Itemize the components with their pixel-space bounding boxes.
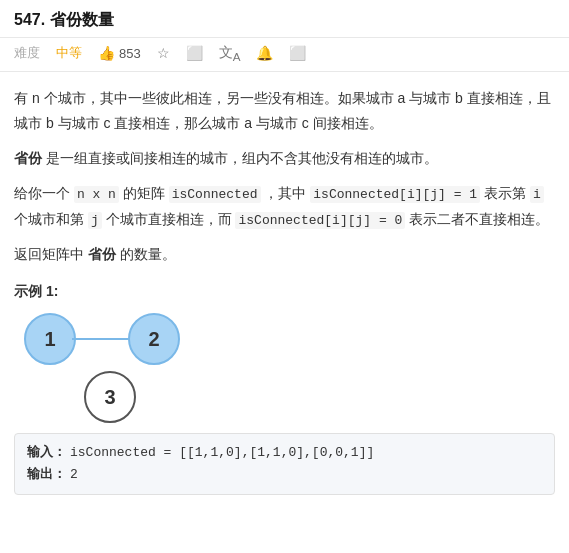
content-area: 有 n 个城市，其中一些彼此相连，另一些没有相连。如果城市 a 与城市 b 直接… — [0, 72, 569, 505]
bookmark-item[interactable]: ⬜ — [289, 45, 306, 61]
star-item[interactable]: ☆ — [157, 45, 170, 61]
code-eq0: isConnected[i][j] = 0 — [235, 212, 405, 229]
output-line: 输出： 2 — [27, 464, 542, 486]
paragraph-1: 有 n 个城市，其中一些彼此相连，另一些没有相连。如果城市 a 与城市 b 直接… — [14, 86, 555, 136]
paragraph-4: 返回矩阵中 省份 的数量。 — [14, 242, 555, 267]
meta-bar: 难度 中等 👍 853 ☆ ⬜ 文A 🔔 ⬜ — [0, 38, 569, 72]
code-nxn: n x n — [74, 186, 119, 203]
star-icon: ☆ — [157, 45, 170, 61]
nodes-row-1: 1 2 — [24, 313, 180, 365]
example-title: 示例 1: — [14, 279, 555, 304]
node-1: 1 — [24, 313, 76, 365]
nodes-row-2: 3 — [84, 371, 136, 423]
bold-term-2: 省份 — [88, 246, 116, 262]
difficulty-label: 难度 — [14, 44, 40, 62]
code-isconnected: isConnected — [169, 186, 261, 203]
code-j: j — [88, 212, 102, 229]
bell-item[interactable]: 🔔 — [256, 45, 273, 61]
bell-icon: 🔔 — [256, 45, 273, 61]
page-title: 547. 省份数量 — [14, 10, 114, 31]
copy-item[interactable]: ⬜ — [186, 45, 203, 61]
input-value: isConnected = [[1,1,0],[1,1,0],[0,0,1]] — [70, 442, 374, 464]
difficulty-value: 中等 — [56, 44, 82, 62]
node-3: 3 — [84, 371, 136, 423]
example-code-block: 输入： isConnected = [[1,1,0],[1,1,0],[0,0,… — [14, 433, 555, 495]
bold-term: 省份 — [14, 150, 42, 166]
output-label: 输出： — [27, 464, 66, 486]
code-i: i — [530, 186, 544, 203]
paragraph-2: 省份 是一组直接或间接相连的城市，组内不含其他没有相连的城市。 — [14, 146, 555, 171]
code-eq1: isConnected[i][j] = 1 — [310, 186, 480, 203]
translate-icon: 文A — [219, 44, 241, 63]
input-line: 输入： isConnected = [[1,1,0],[1,1,0],[0,0,… — [27, 442, 542, 464]
diagram: 1 2 3 — [14, 313, 555, 423]
likes-item[interactable]: 👍 853 — [98, 45, 141, 61]
copy-icon: ⬜ — [186, 45, 203, 61]
node-2: 2 — [128, 313, 180, 365]
output-value: 2 — [70, 464, 78, 486]
edge-1-2 — [72, 338, 132, 340]
translate-item[interactable]: 文A — [219, 44, 241, 63]
likes-count: 853 — [119, 46, 141, 61]
like-icon: 👍 — [98, 45, 115, 61]
paragraph-3: 给你一个 n x n 的矩阵 isConnected ，其中 isConnect… — [14, 181, 555, 232]
input-label: 输入： — [27, 442, 66, 464]
header: 547. 省份数量 — [0, 0, 569, 38]
bookmark-icon: ⬜ — [289, 45, 306, 61]
